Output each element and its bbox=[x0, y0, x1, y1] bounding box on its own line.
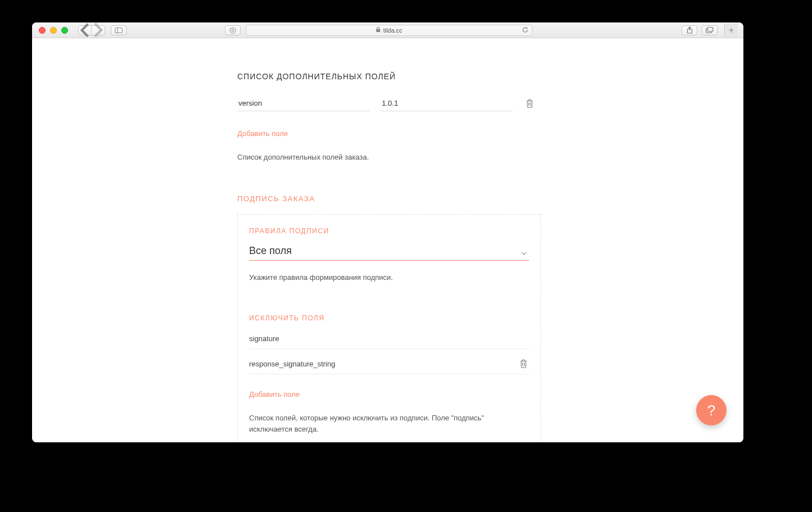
minimize-window-button[interactable] bbox=[50, 27, 57, 34]
forward-button[interactable] bbox=[92, 25, 105, 35]
svg-rect-3 bbox=[376, 29, 380, 33]
extra-field-key-input[interactable] bbox=[237, 96, 369, 111]
signature-box: ПРАВИЛА ПОДПИСИ Все поля Укажите правила… bbox=[237, 214, 541, 443]
exclude-fields-title: ИСКЛЮЧИТЬ ПОЛЯ bbox=[249, 314, 529, 322]
trash-icon bbox=[526, 99, 534, 108]
back-button[interactable] bbox=[78, 25, 92, 35]
signature-section-title: ПОДПИСЬ ЗАКАЗА bbox=[237, 194, 541, 203]
maximize-window-button[interactable] bbox=[61, 27, 68, 34]
signature-rules-select[interactable]: Все поля bbox=[249, 242, 529, 261]
close-window-button[interactable] bbox=[39, 27, 46, 34]
titlebar-right-buttons: + bbox=[682, 24, 738, 37]
share-button[interactable] bbox=[682, 25, 697, 35]
browser-window: tilda.cc + СПИСОК ДОПОЛНИТЕЛЬНЫХ ПОЛЕЙ bbox=[32, 22, 743, 442]
svg-rect-0 bbox=[115, 28, 123, 33]
page-content: СПИСОК ДОПОЛНИТЕЛЬНЫХ ПОЛЕЙ Добавить пол… bbox=[32, 38, 743, 442]
lock-icon bbox=[376, 26, 381, 34]
tabs-button[interactable] bbox=[702, 25, 718, 35]
svg-rect-7 bbox=[707, 28, 713, 32]
extra-fields-section-title: СПИСОК ДОПОЛНИТЕЛЬНЫХ ПОЛЕЙ bbox=[237, 72, 541, 81]
new-tab-button[interactable]: + bbox=[724, 24, 738, 37]
exclude-field-input[interactable] bbox=[249, 334, 529, 343]
add-exclude-field-link[interactable]: Добавить поле bbox=[249, 390, 300, 398]
svg-point-2 bbox=[232, 29, 234, 31]
extra-field-value-input[interactable] bbox=[381, 96, 513, 111]
help-bubble-label: ? bbox=[707, 402, 715, 419]
add-extra-field-link[interactable]: Добавить поле bbox=[237, 129, 288, 138]
delete-field-button[interactable] bbox=[524, 99, 535, 108]
address-bar[interactable]: tilda.cc bbox=[246, 25, 533, 36]
exclude-field-row bbox=[249, 329, 529, 349]
signature-rules-title: ПРАВИЛА ПОДПИСИ bbox=[249, 227, 529, 235]
sidebar-toggle-button[interactable] bbox=[111, 25, 127, 35]
exclude-field-input[interactable] bbox=[249, 360, 518, 368]
extra-field-row bbox=[237, 96, 541, 111]
signature-rules-help: Укажите правила формирования подписи. bbox=[249, 272, 529, 283]
url-text: tilda.cc bbox=[383, 27, 402, 34]
window-controls bbox=[39, 27, 68, 34]
extra-fields-help-text: Список дополнительных полей заказа. bbox=[237, 152, 541, 163]
browser-titlebar: tilda.cc + bbox=[32, 22, 743, 38]
nav-buttons bbox=[78, 25, 105, 35]
trash-icon bbox=[520, 359, 527, 368]
signature-rules-value: Все поля bbox=[249, 245, 529, 257]
exclude-fields-help: Список полей, которые нужно исключить из… bbox=[249, 413, 529, 434]
exclude-field-row bbox=[249, 354, 529, 374]
chevron-down-icon bbox=[521, 247, 527, 257]
help-bubble-button[interactable]: ? bbox=[696, 395, 727, 425]
delete-exclude-field-button[interactable] bbox=[518, 359, 529, 368]
privacy-report-button[interactable] bbox=[225, 25, 241, 35]
reload-button[interactable] bbox=[522, 26, 529, 35]
